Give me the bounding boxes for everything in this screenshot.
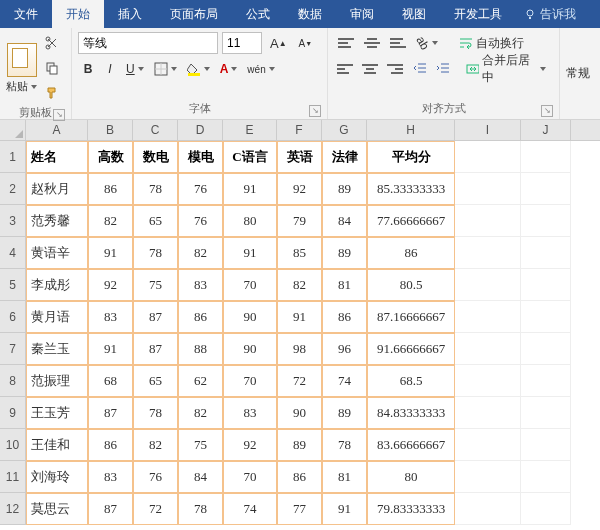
align-launcher-icon[interactable]: ↘ xyxy=(541,105,553,117)
underline-button[interactable]: U xyxy=(122,58,148,80)
font-launcher-icon[interactable]: ↘ xyxy=(309,105,321,117)
column-header-B[interactable]: B xyxy=(88,120,133,140)
cell[interactable]: 88 xyxy=(178,333,223,365)
row-header[interactable]: 8 xyxy=(0,365,26,397)
column-header-F[interactable]: F xyxy=(277,120,322,140)
cell[interactable]: 87 xyxy=(88,397,133,429)
row-header[interactable]: 11 xyxy=(0,461,26,493)
row-header[interactable]: 9 xyxy=(0,397,26,429)
cell[interactable]: 莫思云 xyxy=(26,493,88,525)
cell[interactable]: 89 xyxy=(322,173,367,205)
row-header[interactable]: 4 xyxy=(0,237,26,269)
column-header-J[interactable]: J xyxy=(521,120,571,140)
cell[interactable]: 83 xyxy=(88,301,133,333)
font-size-combo[interactable] xyxy=(222,32,262,54)
tab-insert[interactable]: 插入 xyxy=(104,0,156,28)
cell[interactable]: 91 xyxy=(223,237,277,269)
cell[interactable]: 98 xyxy=(277,333,322,365)
cell[interactable]: 平均分 xyxy=(367,141,455,173)
cell[interactable] xyxy=(455,301,521,333)
cell[interactable] xyxy=(521,141,571,173)
bold-button[interactable]: B xyxy=(78,58,98,80)
row-header[interactable]: 1 xyxy=(0,141,26,173)
cell[interactable]: 75 xyxy=(133,269,178,301)
cell[interactable]: 黄语辛 xyxy=(26,237,88,269)
cell[interactable] xyxy=(455,269,521,301)
cell[interactable]: 法律 xyxy=(322,141,367,173)
column-header-C[interactable]: C xyxy=(133,120,178,140)
cell[interactable] xyxy=(455,493,521,525)
cell[interactable] xyxy=(455,141,521,173)
cell[interactable]: 81 xyxy=(322,461,367,493)
cell[interactable] xyxy=(521,301,571,333)
cell[interactable]: 87 xyxy=(133,301,178,333)
row-header[interactable]: 2 xyxy=(0,173,26,205)
cell[interactable]: 84.83333333 xyxy=(367,397,455,429)
cell[interactable]: 91 xyxy=(88,237,133,269)
cell[interactable]: 81 xyxy=(322,269,367,301)
fill-color-button[interactable] xyxy=(183,58,214,80)
cell[interactable]: 84 xyxy=(322,205,367,237)
row-header[interactable]: 6 xyxy=(0,301,26,333)
cell[interactable] xyxy=(521,365,571,397)
row-header[interactable]: 12 xyxy=(0,493,26,525)
clipboard-launcher-icon[interactable]: ↘ xyxy=(53,109,65,121)
cell[interactable]: 76 xyxy=(133,461,178,493)
cell[interactable]: 89 xyxy=(277,429,322,461)
cell[interactable]: 74 xyxy=(223,493,277,525)
increase-font-button[interactable]: A▲ xyxy=(266,32,291,54)
cell[interactable]: 96 xyxy=(322,333,367,365)
align-center-button[interactable] xyxy=(359,58,382,80)
cell[interactable]: 87 xyxy=(88,493,133,525)
cell[interactable]: 78 xyxy=(133,237,178,269)
cell[interactable]: 王玉芳 xyxy=(26,397,88,429)
cell[interactable]: 91 xyxy=(322,493,367,525)
cell[interactable]: 86 xyxy=(322,301,367,333)
cell[interactable]: 83 xyxy=(178,269,223,301)
tab-home[interactable]: 开始 xyxy=(52,0,104,28)
italic-button[interactable]: I xyxy=(100,58,120,80)
cell[interactable]: 李成彤 xyxy=(26,269,88,301)
borders-button[interactable] xyxy=(150,58,181,80)
cell[interactable]: 78 xyxy=(133,397,178,429)
cell[interactable] xyxy=(455,397,521,429)
cell[interactable]: 黄月语 xyxy=(26,301,88,333)
cell[interactable]: 86 xyxy=(88,173,133,205)
cell[interactable]: 92 xyxy=(223,429,277,461)
cell[interactable]: 68.5 xyxy=(367,365,455,397)
cell[interactable]: 86 xyxy=(367,237,455,269)
cell[interactable]: 87 xyxy=(133,333,178,365)
align-bottom-button[interactable] xyxy=(386,32,410,54)
cell[interactable] xyxy=(521,269,571,301)
cell[interactable]: 77 xyxy=(277,493,322,525)
column-header-A[interactable]: A xyxy=(26,120,88,140)
cell[interactable]: 姓名 xyxy=(26,141,88,173)
cell[interactable] xyxy=(521,173,571,205)
cell[interactable]: 83.66666667 xyxy=(367,429,455,461)
tab-layout[interactable]: 页面布局 xyxy=(156,0,232,28)
cell[interactable] xyxy=(455,205,521,237)
merge-center-button[interactable]: 合并后居中 xyxy=(459,58,553,80)
cell[interactable]: 76 xyxy=(178,205,223,237)
cell[interactable]: 84 xyxy=(178,461,223,493)
column-header-I[interactable]: I xyxy=(455,120,521,140)
format-painter-button[interactable] xyxy=(41,82,63,104)
cell[interactable] xyxy=(521,493,571,525)
cell[interactable]: 87.16666667 xyxy=(367,301,455,333)
cell[interactable] xyxy=(455,333,521,365)
cell[interactable]: 78 xyxy=(178,493,223,525)
cell[interactable]: 80 xyxy=(223,205,277,237)
cell[interactable] xyxy=(521,237,571,269)
cell[interactable]: 83 xyxy=(88,461,133,493)
cell[interactable]: 89 xyxy=(322,237,367,269)
cell[interactable]: 70 xyxy=(223,461,277,493)
cell[interactable]: 82 xyxy=(88,205,133,237)
align-middle-button[interactable] xyxy=(360,32,384,54)
cell[interactable]: 赵秋月 xyxy=(26,173,88,205)
cell[interactable]: 91 xyxy=(277,301,322,333)
cell[interactable] xyxy=(521,461,571,493)
cell[interactable]: 86 xyxy=(88,429,133,461)
cell[interactable]: 86 xyxy=(178,301,223,333)
column-header-H[interactable]: H xyxy=(367,120,455,140)
cell[interactable]: 70 xyxy=(223,365,277,397)
